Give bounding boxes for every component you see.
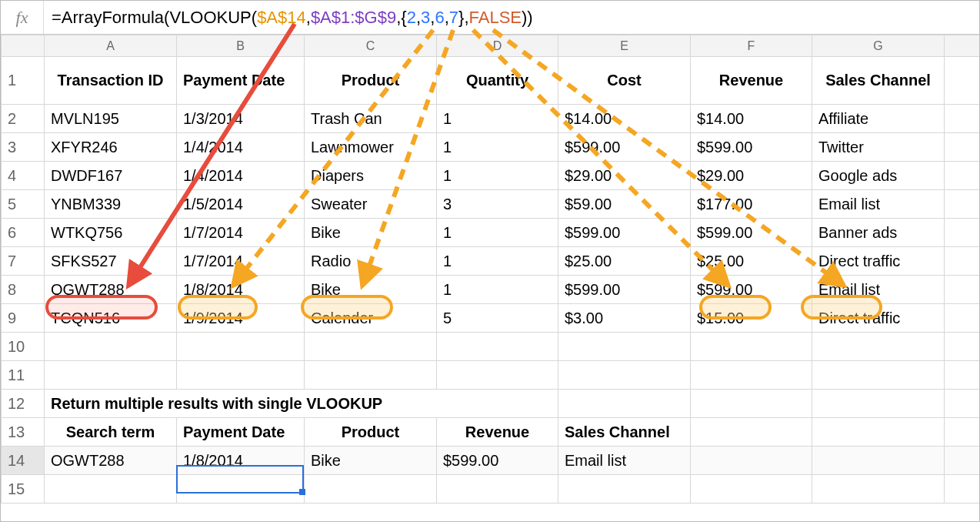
cell-E5[interactable]: $59.00: [558, 190, 691, 219]
cell-D9[interactable]: 5: [437, 304, 558, 333]
table-row[interactable]: 6 WTKQ756 1/7/2014 Bike 1 $599.00 $599.0…: [2, 219, 981, 247]
header-sales-channel[interactable]: Sales Channel: [812, 57, 945, 105]
row-header-13[interactable]: 13: [2, 418, 45, 447]
cell-F6[interactable]: $599.00: [691, 219, 812, 247]
table-row[interactable]: 4 DWDF167 1/4/2014 Diapers 1 $29.00 $29.…: [2, 162, 981, 190]
cell-C2[interactable]: Trash Can: [305, 105, 437, 133]
cell-B5[interactable]: 1/5/2014: [177, 190, 305, 219]
row-header-11[interactable]: 11: [2, 361, 45, 390]
cell-C8[interactable]: Bike: [305, 276, 437, 304]
cell-G4[interactable]: Google ads: [812, 162, 945, 190]
search-header-payment-date[interactable]: Payment Date: [177, 418, 305, 447]
row-header-15[interactable]: 15: [2, 475, 45, 504]
cell-G5[interactable]: Email list: [812, 190, 945, 219]
cell-C6[interactable]: Bike: [305, 219, 437, 247]
table-row[interactable]: 9 TCQN516 1/9/2014 Calender 5 $3.00 $15.…: [2, 304, 981, 333]
cell-A7[interactable]: SFKS527: [45, 247, 177, 276]
cell-E3[interactable]: $599.00: [558, 133, 691, 162]
cell-A14[interactable]: OGWT288: [45, 447, 177, 475]
row-header-12[interactable]: 12: [2, 390, 45, 418]
row-header-10[interactable]: 10: [2, 333, 45, 361]
cell-G6[interactable]: Banner ads: [812, 219, 945, 247]
cell-F5[interactable]: $177.00: [691, 190, 812, 219]
column-headers[interactable]: A B C D E F G: [2, 35, 981, 57]
cell-A4[interactable]: DWDF167: [45, 162, 177, 190]
section-title[interactable]: Return multiple results with single VLOO…: [45, 390, 558, 418]
cell-G2[interactable]: Affiliate: [812, 105, 945, 133]
header-product[interactable]: Product: [305, 57, 437, 105]
table-row[interactable]: 1 Transaction ID Payment Date Product Qu…: [2, 57, 981, 105]
cell-F9[interactable]: $15.00: [691, 304, 812, 333]
row-header-4[interactable]: 4: [2, 162, 45, 190]
cell-E9[interactable]: $3.00: [558, 304, 691, 333]
row-header-14[interactable]: 14: [2, 447, 45, 475]
select-all-corner[interactable]: [2, 35, 45, 57]
cell-E14[interactable]: Email list: [558, 447, 691, 475]
cell-G7[interactable]: Direct traffic: [812, 247, 945, 276]
cell-C4[interactable]: Diapers: [305, 162, 437, 190]
header-quantity[interactable]: Quantity: [437, 57, 558, 105]
cell-B14[interactable]: 1/8/2014: [177, 447, 305, 475]
cell-D14[interactable]: $599.00: [437, 447, 558, 475]
col-header-E[interactable]: E: [558, 35, 691, 57]
cell-F8[interactable]: $599.00: [691, 276, 812, 304]
table-row[interactable]: 3 XFYR246 1/4/2014 Lawnmower 1 $599.00 $…: [2, 133, 981, 162]
col-header-B[interactable]: B: [177, 35, 305, 57]
row-header-9[interactable]: 9: [2, 304, 45, 333]
cell-A6[interactable]: WTKQ756: [45, 219, 177, 247]
cell-E4[interactable]: $29.00: [558, 162, 691, 190]
cell-C9[interactable]: Calender: [305, 304, 437, 333]
col-header-D[interactable]: D: [437, 35, 558, 57]
header-cost[interactable]: Cost: [558, 57, 691, 105]
cell-A8[interactable]: OGWT288: [45, 276, 177, 304]
table-row[interactable]: 13 Search term Payment Date Product Reve…: [2, 418, 981, 447]
cell-G8[interactable]: Email list: [812, 276, 945, 304]
cell-D6[interactable]: 1: [437, 219, 558, 247]
cell-D7[interactable]: 1: [437, 247, 558, 276]
table-row[interactable]: 2 MVLN195 1/3/2014 Trash Can 1 $14.00 $1…: [2, 105, 981, 133]
cell-B8[interactable]: 1/8/2014: [177, 276, 305, 304]
cell-B3[interactable]: 1/4/2014: [177, 133, 305, 162]
row-header-2[interactable]: 2: [2, 105, 45, 133]
row-header-5[interactable]: 5: [2, 190, 45, 219]
cell-F3[interactable]: $599.00: [691, 133, 812, 162]
search-header-sales-channel[interactable]: Sales Channel: [558, 418, 691, 447]
row-header-3[interactable]: 3: [2, 133, 45, 162]
cell-A9[interactable]: TCQN516: [45, 304, 177, 333]
cell-C3[interactable]: Lawnmower: [305, 133, 437, 162]
cell-F7[interactable]: $25.00: [691, 247, 812, 276]
cell-A5[interactable]: YNBM339: [45, 190, 177, 219]
row-header-6[interactable]: 6: [2, 219, 45, 247]
cell-D4[interactable]: 1: [437, 162, 558, 190]
row-header-8[interactable]: 8: [2, 276, 45, 304]
cell-C14[interactable]: Bike: [305, 447, 437, 475]
table-row[interactable]: 5 YNBM339 1/5/2014 Sweater 3 $59.00 $177…: [2, 190, 981, 219]
cell-D2[interactable]: 1: [437, 105, 558, 133]
cell-B9[interactable]: 1/9/2014: [177, 304, 305, 333]
cell-B2[interactable]: 1/3/2014: [177, 105, 305, 133]
col-header-G[interactable]: G: [812, 35, 945, 57]
formula-input[interactable]: =ArrayFormula(VLOOKUP($A$14,$A$1:$G$9,{2…: [44, 8, 979, 28]
table-row[interactable]: 12 Return multiple results with single V…: [2, 390, 981, 418]
cell-E6[interactable]: $599.00: [558, 219, 691, 247]
header-transaction-id[interactable]: Transaction ID: [45, 57, 177, 105]
table-row[interactable]: 8 OGWT288 1/8/2014 Bike 1 $599.00 $599.0…: [2, 276, 981, 304]
table-row[interactable]: 11: [2, 361, 981, 390]
table-row[interactable]: 7 SFKS527 1/7/2014 Radio 1 $25.00 $25.00…: [2, 247, 981, 276]
cell-E8[interactable]: $599.00: [558, 276, 691, 304]
col-header-C[interactable]: C: [305, 35, 437, 57]
cell-B7[interactable]: 1/7/2014: [177, 247, 305, 276]
cell-F2[interactable]: $14.00: [691, 105, 812, 133]
table-row[interactable]: 14 OGWT288 1/8/2014 Bike $599.00 Email l…: [2, 447, 981, 475]
cell-D8[interactable]: 1: [437, 276, 558, 304]
cell-G9[interactable]: Direct traffic: [812, 304, 945, 333]
cell-C5[interactable]: Sweater: [305, 190, 437, 219]
cell-G3[interactable]: Twitter: [812, 133, 945, 162]
search-header-term[interactable]: Search term: [45, 418, 177, 447]
cell-B4[interactable]: 1/4/2014: [177, 162, 305, 190]
table-row[interactable]: 10: [2, 333, 981, 361]
cell-B6[interactable]: 1/7/2014: [177, 219, 305, 247]
col-header-blank[interactable]: [945, 35, 981, 57]
cell-E7[interactable]: $25.00: [558, 247, 691, 276]
search-header-revenue[interactable]: Revenue: [437, 418, 558, 447]
